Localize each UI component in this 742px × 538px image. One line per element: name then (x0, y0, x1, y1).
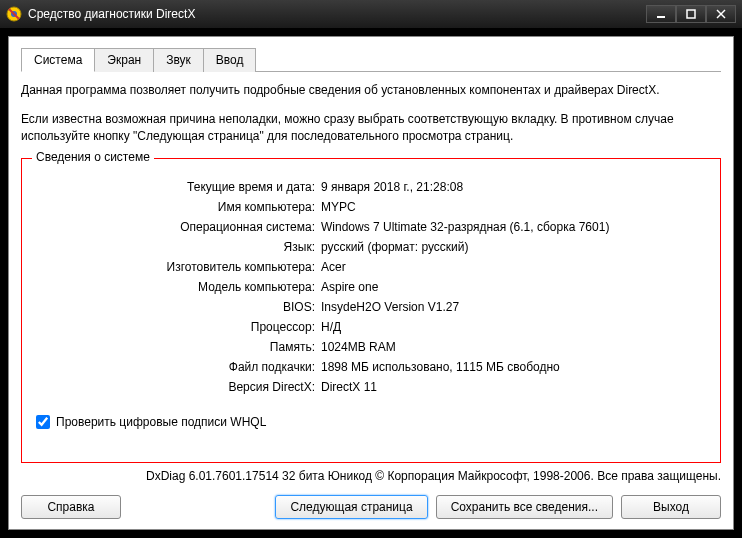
window: Средство диагностики DirectX Система Экр… (0, 0, 742, 538)
intro-text-1: Данная программа позволяет получить подр… (21, 82, 721, 99)
row-bios: BIOS: InsydeH2O Version V1.27 (36, 297, 706, 317)
label-manufacturer: Изготовитель компьютера: (36, 257, 321, 277)
close-button[interactable] (706, 5, 736, 23)
value-model: Aspire one (321, 277, 706, 297)
next-page-button[interactable]: Следующая страница (275, 495, 427, 519)
value-os: Windows 7 Ultimate 32-разрядная (6.1, сб… (321, 217, 706, 237)
value-pagefile: 1898 МБ использовано, 1115 МБ свободно (321, 357, 706, 377)
whql-checkbox[interactable] (36, 415, 50, 429)
row-pagefile: Файл подкачки: 1898 МБ использовано, 111… (36, 357, 706, 377)
exit-button[interactable]: Выход (621, 495, 721, 519)
row-computer-name: Имя компьютера: MYPC (36, 197, 706, 217)
row-language: Язык: русский (формат: русский) (36, 237, 706, 257)
content-outer: Система Экран Звук Ввод Данная программа… (0, 28, 742, 538)
app-icon (6, 6, 22, 22)
value-bios: InsydeH2O Version V1.27 (321, 297, 706, 317)
row-model: Модель компьютера: Aspire one (36, 277, 706, 297)
label-processor: Процессор: (36, 317, 321, 337)
content: Система Экран Звук Ввод Данная программа… (8, 36, 734, 530)
label-memory: Память: (36, 337, 321, 357)
tab-sound[interactable]: Звук (153, 48, 204, 72)
info-rows: Текущие время и дата: 9 января 2018 г., … (36, 177, 706, 397)
tab-system[interactable]: Система (21, 48, 95, 72)
value-memory: 1024MB RAM (321, 337, 706, 357)
tab-strip: Система Экран Звук Ввод (21, 47, 721, 72)
system-info-legend: Сведения о системе (32, 150, 154, 164)
maximize-button[interactable] (676, 5, 706, 23)
value-directx: DirectX 11 (321, 377, 706, 397)
window-title: Средство диагностики DirectX (28, 7, 646, 21)
row-directx: Версия DirectX: DirectX 11 (36, 377, 706, 397)
svg-rect-4 (687, 10, 695, 18)
label-model: Модель компьютера: (36, 277, 321, 297)
label-language: Язык: (36, 237, 321, 257)
row-datetime: Текущие время и дата: 9 января 2018 г., … (36, 177, 706, 197)
titlebar: Средство диагностики DirectX (0, 0, 742, 28)
value-processor: Н/Д (321, 317, 706, 337)
help-button[interactable]: Справка (21, 495, 121, 519)
button-bar: Справка Следующая страница Сохранить все… (21, 491, 721, 519)
whql-label: Проверить цифровые подписи WHQL (56, 415, 266, 429)
row-memory: Память: 1024MB RAM (36, 337, 706, 357)
value-language: русский (формат: русский) (321, 237, 706, 257)
label-datetime: Текущие время и дата: (36, 177, 321, 197)
tab-display[interactable]: Экран (94, 48, 154, 72)
system-info-group: Сведения о системе Текущие время и дата:… (21, 158, 721, 463)
tab-input[interactable]: Ввод (203, 48, 257, 72)
intro-text-2: Если известна возможная причина неполадк… (21, 111, 721, 145)
label-pagefile: Файл подкачки: (36, 357, 321, 377)
value-manufacturer: Acer (321, 257, 706, 277)
window-controls (646, 5, 736, 23)
label-bios: BIOS: (36, 297, 321, 317)
value-computer-name: MYPC (321, 197, 706, 217)
value-datetime: 9 января 2018 г., 21:28:08 (321, 177, 706, 197)
whql-row: Проверить цифровые подписи WHQL (36, 415, 706, 429)
footer-copyright: DxDiag 6.01.7601.17514 32 бита Юникод © … (21, 469, 721, 483)
label-os: Операционная система: (36, 217, 321, 237)
row-manufacturer: Изготовитель компьютера: Acer (36, 257, 706, 277)
label-directx: Версия DirectX: (36, 377, 321, 397)
save-all-button[interactable]: Сохранить все сведения... (436, 495, 613, 519)
minimize-button[interactable] (646, 5, 676, 23)
label-computer-name: Имя компьютера: (36, 197, 321, 217)
row-os: Операционная система: Windows 7 Ultimate… (36, 217, 706, 237)
row-processor: Процессор: Н/Д (36, 317, 706, 337)
